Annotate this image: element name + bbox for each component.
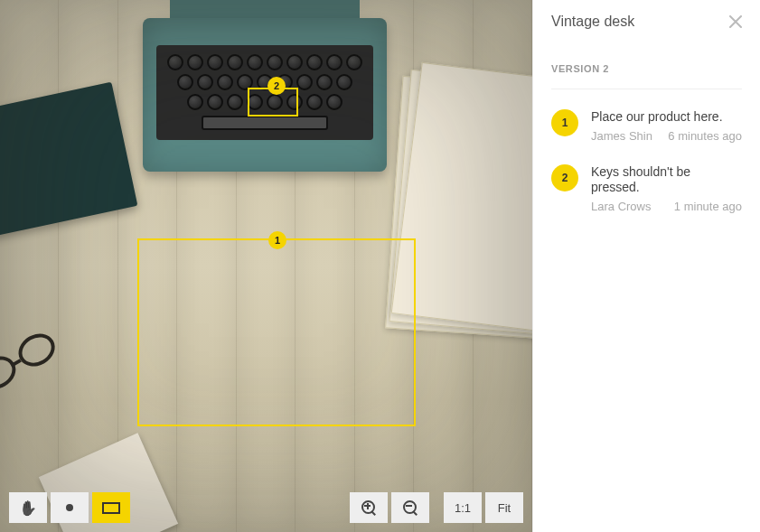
comments-list: 1 Place our product here. James Shin 6 m…: [551, 89, 742, 213]
tool-palette: [9, 492, 130, 523]
comments-sidebar: Vintage desk VERSION 2 1 Place our produ…: [532, 0, 760, 532]
comment-badge: 2: [551, 164, 578, 191]
comment-text: Keys shouldn't be pressed.: [591, 164, 742, 196]
version-label: VERSION 2: [551, 43, 742, 89]
comment-item[interactable]: 2 Keys shouldn't be pressed. Lara Crows …: [551, 164, 742, 213]
zoom-controls: 1:1 Fit: [350, 492, 523, 523]
zoom-out-icon: [403, 500, 418, 515]
comment-item[interactable]: 1 Place our product here. James Shin 6 m…: [551, 109, 742, 143]
zoom-in-button[interactable]: [350, 492, 388, 523]
zoom-in-icon: [361, 500, 376, 515]
sidebar-header: Vintage desk: [551, 0, 742, 43]
prop-typewriter: [134, 0, 396, 181]
hand-icon: [19, 499, 37, 517]
close-button[interactable]: [729, 15, 742, 28]
comment-author: James Shin: [591, 129, 652, 143]
comment-time: 6 minutes ago: [668, 129, 742, 143]
comment-text: Place our product here.: [591, 109, 742, 126]
dot-icon: [66, 504, 73, 511]
canvas-area[interactable]: 1 2 1:1 Fit: [0, 0, 532, 532]
comment-time: 1 minute ago: [674, 200, 742, 213]
tool-rect-button[interactable]: [92, 492, 130, 523]
zoom-actual-button[interactable]: 1:1: [444, 492, 482, 523]
rectangle-icon: [102, 502, 120, 514]
annotation-badge-1[interactable]: 1: [268, 231, 286, 249]
sidebar-title: Vintage desk: [551, 14, 634, 30]
annotation-badge-2[interactable]: 2: [267, 77, 286, 95]
comment-badge: 1: [551, 109, 578, 136]
prop-paper-stack: [391, 62, 532, 335]
tool-pan-button[interactable]: [9, 492, 47, 523]
close-icon: [729, 15, 742, 28]
app-root: 1 2 1:1 Fit: [0, 0, 760, 532]
comment-author: Lara Crows: [591, 200, 651, 213]
tool-point-button[interactable]: [51, 492, 89, 523]
zoom-fit-button[interactable]: Fit: [485, 492, 523, 523]
zoom-out-button[interactable]: [391, 492, 429, 523]
